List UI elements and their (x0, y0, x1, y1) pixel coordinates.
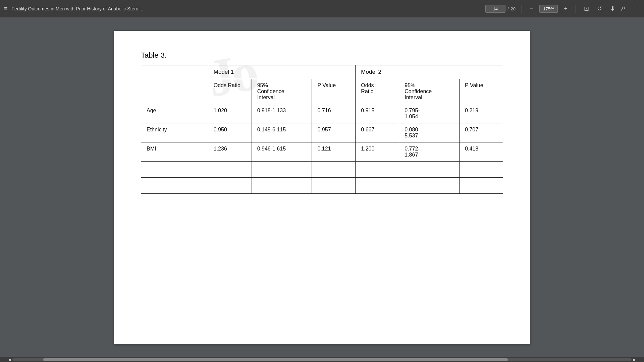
col-header-pval2: P Value (460, 79, 503, 104)
empty-row (141, 162, 503, 178)
empty-cell (356, 178, 399, 194)
empty-cell (460, 162, 503, 178)
row-ci1: 0.918-1.133 (252, 104, 312, 123)
empty-cell (356, 162, 399, 178)
empty-cell (312, 162, 356, 178)
zoom-in-button[interactable]: + (562, 4, 570, 13)
empty-cell (141, 178, 208, 194)
table-row: BMI 1.236 0.946-1.615 0.121 1.200 0.772-… (141, 142, 503, 162)
empty-cell (460, 178, 503, 194)
row-odds2: 1.200 (356, 142, 399, 162)
col-header-odds1: Odds Ratio (208, 79, 252, 104)
ci1-label-text: 95%ConfidenceInterval (257, 82, 284, 100)
row-odds2: 0.915 (356, 104, 399, 123)
col-header-pval1: P Value (312, 79, 356, 104)
toolbar: ≡ Fertility Outcomes in Men with Prior H… (0, 0, 644, 17)
page-current[interactable]: 14 (485, 5, 505, 13)
reset-button[interactable]: ↺ (595, 4, 604, 13)
scrollbar-track[interactable] (12, 358, 632, 361)
model-header-row: Model 1 Model 2 (141, 65, 503, 79)
menu-icon[interactable]: ≡ (4, 5, 8, 12)
header-empty-cell (141, 65, 208, 79)
row-ci1: 0.148-6.115 (252, 123, 312, 142)
odds2-label-text: OddsRatio (361, 82, 374, 94)
row-pval2: 0.219 (460, 104, 503, 123)
row-pval1: 0.957 (312, 123, 356, 142)
page-separator: / (507, 6, 509, 11)
data-table: Model 1 Model 2 Odds Ratio 95%Confidence… (141, 65, 503, 194)
page-control: 14 / 20 (485, 5, 516, 13)
row-pval1: 0.716 (312, 104, 356, 123)
row-pval2: 0.418 (460, 142, 503, 162)
empty-cell (208, 162, 252, 178)
empty-cell (252, 178, 312, 194)
empty-cell (399, 162, 460, 178)
divider-1 (522, 5, 522, 13)
fit-page-button[interactable]: ⊡ (582, 4, 591, 13)
more-button[interactable]: ⋮ (630, 4, 640, 13)
col-header-ci2: 95%ConfidenceInterval (399, 79, 460, 104)
ci2-label-text: 95%ConfidenceInterval (405, 82, 432, 100)
print-button[interactable]: 🖨 (619, 4, 629, 13)
empty-cell (208, 178, 252, 194)
row-odds1: 0.950 (208, 123, 252, 142)
zoom-level[interactable]: 175% (539, 5, 558, 13)
row-pval1: 0.121 (312, 142, 356, 162)
download-button[interactable]: ⬇ (608, 4, 617, 13)
model2-header: Model 2 (356, 65, 503, 79)
row-odds1: 1.236 (208, 142, 252, 162)
row-ci2: 0.080-5.537 (399, 123, 460, 142)
col-header-ci1: 95%ConfidenceInterval (252, 79, 312, 104)
row-ci2: 0.795-1.054 (399, 104, 460, 123)
row-pval2: 0.707 (460, 123, 503, 142)
scroll-left-arrow[interactable]: ◀ (7, 357, 12, 362)
horizontal-scrollbar[interactable]: ◀ ▶ (0, 357, 644, 362)
table-title: Table 3. (141, 51, 503, 60)
column-header-row: Odds Ratio 95%ConfidenceInterval P Value… (141, 79, 503, 104)
pdf-page: Jo Table 3. Model 1 Model 2 Odds Ratio 9… (114, 31, 530, 344)
row-odds2: 0.667 (356, 123, 399, 142)
divider-2 (576, 5, 576, 13)
table-row: Age 1.020 0.918-1.133 0.716 0.915 0.795-… (141, 104, 503, 123)
row-ci2: 0.772-1.867 (399, 142, 460, 162)
empty-cell (399, 178, 460, 194)
row-label: Ethnicity (141, 123, 208, 142)
scrollbar-thumb[interactable] (43, 358, 508, 361)
content-area: Jo Table 3. Model 1 Model 2 Odds Ratio 9… (0, 17, 644, 357)
row-label: Age (141, 104, 208, 123)
empty-cell (252, 162, 312, 178)
row-odds1: 1.020 (208, 104, 252, 123)
empty-cell (312, 178, 356, 194)
model1-header: Model 1 (208, 65, 356, 79)
empty-cell (141, 162, 208, 178)
col-header-odds2: OddsRatio (356, 79, 399, 104)
scroll-right-arrow[interactable]: ▶ (632, 357, 637, 362)
table-row: Ethnicity 0.950 0.148-6.115 0.957 0.667 … (141, 123, 503, 142)
empty-row (141, 178, 503, 194)
row-label: BMI (141, 142, 208, 162)
row-ci1: 0.946-1.615 (252, 142, 312, 162)
zoom-out-button[interactable]: − (528, 4, 536, 13)
document-title: Fertility Outcomes in Men with Prior His… (12, 6, 481, 11)
col-header-label-empty (141, 79, 208, 104)
toolbar-right-actions: ⬇ 🖨 ⋮ (608, 4, 640, 13)
page-total: 20 (511, 6, 516, 11)
